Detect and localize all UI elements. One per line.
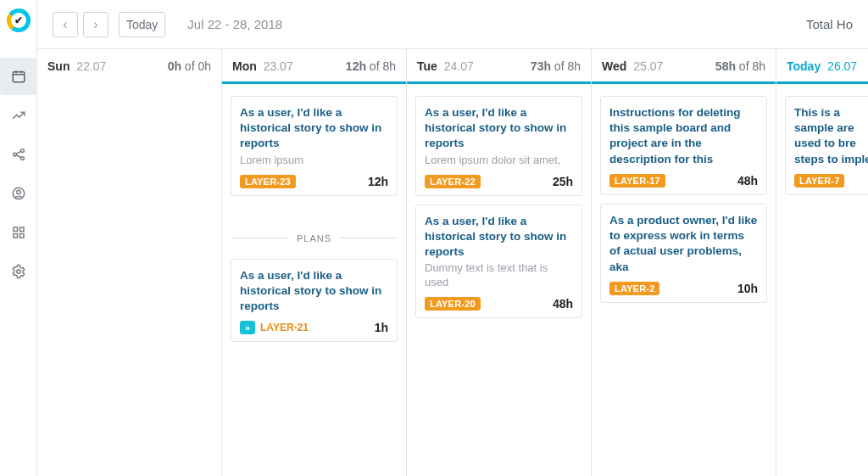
day-date: 23.07 [260,59,293,73]
user-circle-icon [11,186,26,201]
task-card[interactable]: Instructions for deleting this sample bo… [600,96,767,195]
date-range: Jul 22 - 28, 2018 [187,17,282,31]
plan-tag-label: LAYER-21 [260,322,309,333]
day-header: Today 26.07 [776,49,868,81]
svg-rect-12 [19,227,24,232]
card-title[interactable]: As a user, I'd like a historical story t… [240,268,388,315]
plan-tag[interactable]: »LAYER-21 [240,321,309,334]
card-footer: LAYER-7 [794,174,868,188]
day-name: Wed [602,59,626,73]
day-date: 26.07 [824,59,857,73]
task-card[interactable]: This is a sample are used to bre steps t… [785,96,868,195]
card-footer: LAYER-2048h [425,297,573,311]
card-subtext: Dummy text is text that is used [425,261,573,290]
check-icon: ✔ [11,13,26,28]
chart-line-icon [11,108,26,123]
card-hours: 48h [553,297,573,311]
nav-apps[interactable] [0,214,37,251]
day-hours: 73h of 8h [531,59,581,73]
day-date: 24.07 [441,59,474,73]
task-card[interactable]: As a user, I'd like a historical story t… [415,204,582,318]
nav-arrows: ‹ › [53,12,108,37]
day-date: 22.07 [73,59,106,73]
card-hours: 10h [737,282,758,295]
calendar-icon [11,69,26,84]
card-title[interactable]: As a user, I'd like a historical story t… [240,105,388,152]
card-title[interactable]: As a user, I'd like a historical story t… [425,105,573,152]
day-name: Sun [47,59,70,73]
plans-separator: PLANS [231,233,398,244]
fast-forward-icon: » [240,321,255,334]
app-logo[interactable]: ✔ [7,8,31,32]
task-card[interactable]: As a product owner, I'd like to express … [600,204,767,303]
sidebar-nav [0,58,37,290]
card-footer: LAYER-1748h [609,174,758,188]
day-body [37,87,221,102]
issue-tag[interactable]: LAYER-22 [425,175,481,188]
task-card[interactable]: As a user, I'd like a historical story t… [231,96,398,196]
day-date: 25.07 [630,59,663,73]
day-name: Today [787,59,821,73]
issue-tag[interactable]: LAYER-23 [240,175,296,188]
card-footer: LAYER-2225h [425,175,573,188]
next-button[interactable]: › [83,12,108,37]
day-name: Tue [417,59,437,73]
svg-line-8 [16,155,21,158]
day-column: Today 26.07This is a sample are used to … [776,49,868,476]
day-accent-bar [222,81,406,84]
svg-rect-13 [14,234,18,238]
svg-line-7 [16,151,21,154]
issue-tag[interactable]: LAYER-20 [425,297,481,311]
issue-tag[interactable]: LAYER-17 [609,174,665,188]
card-title[interactable]: Instructions for deleting this sample bo… [609,105,758,167]
total-hours-label: Total Ho [806,17,853,31]
today-button[interactable]: Today [119,12,165,37]
day-header: Sun 22.070h of 0h [37,49,221,81]
card-hours: 25h [553,175,573,188]
issue-tag[interactable]: LAYER-7 [794,174,844,188]
card-title[interactable]: This is a sample are used to bre steps t… [794,105,868,167]
card-subtext: Lorem ipsum dolor sit amet, [425,154,573,168]
topbar: ‹ › Today Jul 22 - 28, 2018 Total Ho [37,0,868,49]
nav-profile[interactable] [0,175,37,212]
issue-tag[interactable]: LAYER-2 [609,282,659,295]
card-footer: LAYER-2312h [240,175,388,188]
svg-point-10 [16,190,20,194]
day-name: Mon [232,59,257,73]
task-card[interactable]: As a user, I'd like a historical story t… [415,96,582,196]
day-column: Mon 23.0712h of 8hAs a user, I'd like a … [222,49,407,476]
nav-settings[interactable] [0,253,37,290]
day-header: Tue 24.0773h of 8h [407,49,591,81]
day-body: As a user, I'd like a historical story t… [407,89,591,327]
share-icon [11,147,26,162]
svg-rect-11 [14,227,18,232]
day-accent-bar [776,81,868,84]
week-grid: Sun 22.070h of 0hMon 23.0712h of 8hAs a … [37,49,868,476]
svg-rect-0 [13,72,25,82]
card-footer: »LAYER-211h [240,321,388,334]
day-body: As a user, I'd like a historical story t… [222,89,406,350]
day-column: Wed 25.0758h of 8hInstructions for delet… [592,49,776,476]
card-hours: 12h [368,175,388,188]
card-title[interactable]: As a product owner, I'd like to express … [609,213,758,275]
day-header: Wed 25.0758h of 8h [592,49,776,81]
svg-point-15 [16,270,20,274]
day-body: Instructions for deleting this sample bo… [592,89,776,311]
card-title[interactable]: As a user, I'd like a historical story t… [425,214,573,260]
sidebar: ✔ [0,0,37,476]
day-hours: 12h of 8h [346,59,396,73]
svg-rect-14 [19,234,24,238]
plan-card[interactable]: As a user, I'd like a historical story t… [231,259,398,343]
day-body: This is a sample are used to bre steps t… [776,89,868,204]
nav-distribute[interactable] [0,136,37,173]
nav-reports[interactable] [0,97,37,134]
day-accent-bar [592,81,776,84]
prev-button[interactable]: ‹ [53,12,78,37]
day-hours: 58h of 8h [715,59,765,73]
card-hours: 1h [375,321,388,334]
card-hours: 48h [737,174,758,188]
day-column: Tue 24.0773h of 8hAs a user, I'd like a … [407,49,592,476]
day-column: Sun 22.070h of 0h [37,49,222,476]
day-hours: 0h of 0h [168,59,211,73]
nav-calendar[interactable] [0,58,37,95]
